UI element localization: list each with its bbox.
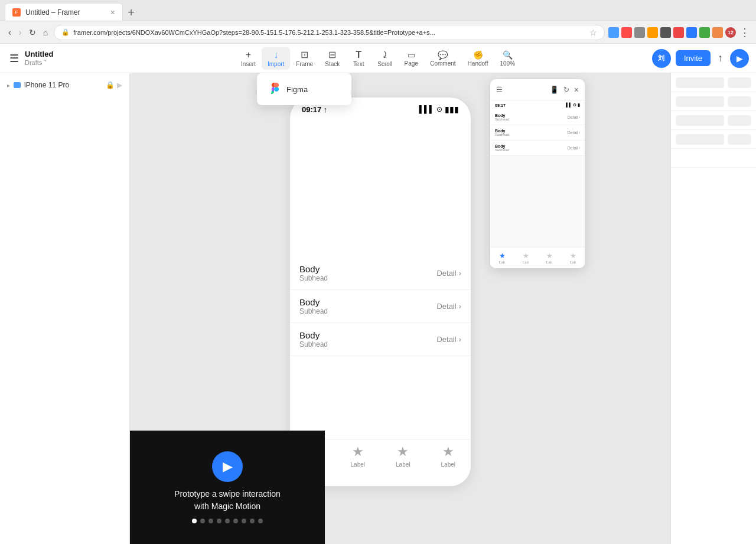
menu-button[interactable]: ⋮ — [739, 26, 750, 39]
chevron-icon-2: › — [459, 302, 461, 311]
lock-icon: 🔒 — [106, 81, 115, 89]
preview-star-3: ★ — [546, 252, 553, 260]
page-label: Page — [405, 60, 418, 67]
dot-6[interactable] — [233, 519, 238, 523]
tab-bar: F Untitled – Framer × + — [0, 0, 756, 21]
list-item-3-right: Detail › — [436, 335, 461, 344]
sidebar-item-iphone[interactable]: ▸ iPhone 11 Pro 🔒 ▶ — [0, 78, 129, 92]
url-bar[interactable]: 🔒 framer.com/projects/6NDOXav60WCmCxYHGa… — [54, 25, 605, 40]
tool-comment[interactable]: 💬 Comment — [424, 48, 461, 69]
play-button[interactable]: ▶ — [730, 49, 749, 68]
preview-sub-1: Subhead — [495, 118, 509, 121]
list-item-3-left: Body Subhead — [299, 330, 328, 348]
preview-list: Body Subhead Detail› Body Subhead — [490, 110, 585, 156]
list-item-2-subhead: Subhead — [299, 307, 328, 315]
tool-insert[interactable]: + Insert — [235, 47, 262, 70]
browser-bar: ‹ › ↻ ⌂ 🔒 framer.com/projects/6NDOXav60W… — [0, 21, 756, 44]
toolbar-right: 刘 Invite ↑ ▶ — [652, 49, 749, 68]
import-figma-item[interactable]: Figma — [262, 78, 347, 100]
preview-detail-3: Detail› — [568, 146, 580, 150]
close-tab-button[interactable]: × — [110, 8, 115, 17]
refresh-button[interactable]: ↻ — [27, 27, 38, 38]
star-icon-4: ★ — [442, 444, 454, 460]
preview-tab-label-2: Lab — [523, 260, 529, 264]
chevron-icon: › — [459, 269, 461, 278]
preview-menu-button[interactable]: ☰ — [495, 84, 504, 95]
tab-favicon: F — [12, 8, 21, 17]
zoom-icon: 🔍 — [503, 50, 513, 60]
tool-import[interactable]: ↓ Import — [262, 47, 290, 70]
list-item-2-left: Body Subhead — [299, 297, 328, 315]
list-item-1-subhead: Subhead — [299, 274, 328, 282]
tool-scroll[interactable]: ⤸ Scroll — [372, 47, 398, 70]
bookmark-button[interactable]: ☆ — [589, 28, 597, 37]
preview-time: 09:17 — [495, 103, 506, 108]
right-panel — [670, 73, 756, 544]
insert-icon: + — [246, 50, 251, 60]
preview-tab-bar: ★ Lab ★ Lab ★ Lab ★ Lab — [490, 247, 585, 268]
list-item-2-body: Body — [299, 297, 328, 307]
share-button[interactable]: ↑ — [715, 50, 725, 67]
toolbar: ☰ Untitled Drafts ˅ + Insert ↓ Import ⊡ … — [0, 44, 756, 73]
tab-item-4[interactable]: ★ Label — [426, 444, 471, 468]
status-icons: ▌▌▌ ⊙ ▮▮▮ — [419, 105, 459, 114]
home-button[interactable]: ⌂ — [41, 27, 50, 38]
sidebar-item-icons: 🔒 ▶ — [106, 81, 122, 89]
invite-button[interactable]: Invite — [676, 50, 711, 66]
list-item-3: Body Subhead Detail › — [290, 323, 471, 356]
preview-device-button[interactable]: 📱 — [549, 84, 560, 95]
browser-tab[interactable]: F Untitled – Framer × — [5, 3, 123, 21]
preview-close-button[interactable]: × — [573, 84, 580, 96]
comment-label: Comment — [430, 60, 455, 67]
tutorial-play-button[interactable]: ▶ — [212, 451, 243, 482]
preview-refresh-button[interactable]: ↻ — [562, 84, 571, 95]
tool-page[interactable]: ▭ Page — [398, 48, 424, 69]
dot-4[interactable] — [217, 519, 221, 523]
preview-detail-2: Detail› — [568, 131, 580, 135]
dot-8[interactable] — [250, 519, 255, 523]
tool-frame[interactable]: ⊡ Frame — [290, 47, 319, 70]
sidebar: ▸ iPhone 11 Pro 🔒 ▶ — [0, 73, 130, 544]
tab-item-2[interactable]: ★ Label — [335, 444, 381, 468]
ext-icon-7 — [686, 27, 697, 38]
dot-9[interactable] — [258, 519, 263, 523]
dot-5[interactable] — [225, 519, 230, 523]
preview-status-bar: 09:17 ▌▌ ⊙ ▮ — [490, 100, 585, 110]
preview-tab-label-1: Lab — [499, 260, 505, 264]
project-draft[interactable]: Drafts ˅ — [25, 59, 53, 67]
tool-handoff[interactable]: ✊ Handoff — [462, 48, 494, 69]
page-icon: ▭ — [408, 50, 415, 60]
forward-button[interactable]: › — [16, 26, 24, 39]
new-tab-button[interactable]: + — [123, 4, 139, 21]
url-text: framer.com/projects/6NDOXav60WCmCxYHGaOp… — [73, 29, 435, 36]
import-dropdown: Figma — [257, 73, 351, 105]
right-panel-row-1 — [671, 73, 756, 92]
preview-tab-2: ★ Lab — [514, 252, 537, 264]
right-panel-row-4 — [671, 130, 756, 149]
tool-text[interactable]: T Text — [346, 47, 372, 70]
preview-sub-2: Subhead — [495, 133, 509, 136]
import-label: Import — [268, 61, 284, 67]
canvas[interactable]: Figma 09:17 ↑ ▌▌▌ ⊙ ▮▮▮ — [130, 73, 670, 544]
star-icon-3: ★ — [397, 444, 409, 460]
list-item-3-body: Body — [299, 330, 328, 340]
dot-1[interactable] — [192, 519, 197, 523]
ext-icon-2 — [621, 27, 632, 38]
dot-7[interactable] — [242, 519, 246, 523]
ext-icon-9 — [712, 27, 723, 38]
ext-icon-6 — [673, 27, 684, 38]
tool-zoom[interactable]: 🔍 100% — [494, 48, 521, 69]
tool-stack[interactable]: ⊟ Stack — [319, 47, 346, 70]
tab-item-3[interactable]: ★ Label — [380, 444, 426, 468]
hamburger-button[interactable]: ☰ — [7, 50, 21, 67]
tab-title: Untitled – Framer — [25, 8, 80, 17]
toolbar-left: ☰ Untitled Drafts ˅ — [7, 50, 53, 67]
toolbar-center: + Insert ↓ Import ⊡ Frame ⊟ Stack T Text… — [235, 47, 521, 70]
list-item-1-body: Body — [299, 264, 328, 274]
framer-app: ☰ Untitled Drafts ˅ + Insert ↓ Import ⊡ … — [0, 44, 756, 544]
dot-2[interactable] — [200, 519, 205, 523]
dot-3[interactable] — [208, 519, 213, 523]
stack-label: Stack — [325, 61, 340, 67]
ext-icon-3 — [634, 27, 645, 38]
back-button[interactable]: ‹ — [6, 26, 14, 39]
